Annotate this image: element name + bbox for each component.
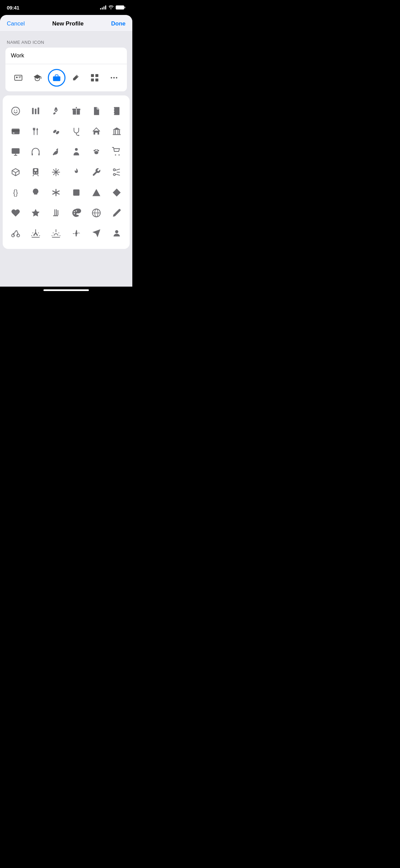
grid-icon-palette[interactable]	[66, 203, 87, 223]
cancel-button[interactable]: Cancel	[7, 20, 25, 27]
svg-rect-24	[113, 108, 115, 110]
grid-icon-star[interactable]	[26, 203, 46, 223]
svg-rect-38	[117, 130, 118, 134]
svg-point-86	[74, 213, 75, 215]
grid-icon-rocket[interactable]	[46, 101, 66, 121]
svg-rect-60	[35, 169, 37, 171]
grid-icon-flower[interactable]	[66, 223, 87, 243]
svg-point-87	[76, 210, 77, 212]
grid-icon-music[interactable]	[46, 203, 66, 223]
section-label: NAME AND ICON	[0, 40, 132, 45]
grid-icon-snowflake[interactable]	[46, 162, 66, 182]
grid-icon-braces[interactable]: {}	[5, 182, 26, 203]
icon-grid: {}	[5, 101, 127, 243]
status-time: 09:41	[7, 5, 19, 11]
grid-icon-flame[interactable]	[66, 162, 87, 182]
svg-point-15	[14, 110, 15, 111]
grid-icon-square[interactable]	[66, 182, 87, 203]
name-input[interactable]	[11, 52, 121, 59]
building-icon-option[interactable]	[86, 69, 103, 87]
svg-line-61	[33, 175, 34, 176]
grid-icon-bicycle[interactable]	[5, 223, 26, 243]
grid-icon-pencil[interactable]	[107, 203, 127, 223]
grid-icon-gift[interactable]	[66, 101, 87, 121]
svg-rect-36	[114, 130, 114, 134]
grid-icon-headphones[interactable]	[26, 142, 46, 162]
svg-marker-78	[32, 209, 40, 216]
grid-icon-monitor[interactable]	[5, 142, 26, 162]
grid-icon-box[interactable]	[5, 162, 26, 182]
id-card-icon-option[interactable]	[9, 69, 27, 87]
screen: Cancel New Profile Done NAME AND ICON	[0, 15, 132, 287]
svg-point-67	[113, 169, 115, 171]
grid-icon-creditcard[interactable]	[5, 121, 26, 142]
svg-line-62	[38, 175, 38, 176]
grid-icon-person[interactable]	[66, 142, 87, 162]
svg-point-49	[98, 150, 99, 151]
svg-point-53	[118, 155, 120, 156]
icon-grid-card: {}	[3, 95, 130, 249]
content-area: NAME AND ICON	[0, 32, 132, 249]
svg-line-54	[12, 170, 16, 173]
grid-icon-train[interactable]	[26, 162, 46, 182]
grid-icon-asterisk[interactable]	[46, 182, 66, 203]
svg-rect-7	[91, 74, 94, 77]
grid-icon-cart[interactable]	[107, 142, 127, 162]
grid-icon-bank[interactable]	[107, 121, 127, 142]
grid-icon-globe[interactable]	[87, 203, 107, 223]
svg-point-48	[94, 150, 95, 151]
signal-icon	[100, 5, 106, 10]
grid-icon-home[interactable]	[87, 121, 107, 142]
svg-line-98	[38, 233, 39, 233]
svg-point-85	[74, 211, 75, 213]
svg-rect-19	[38, 108, 39, 114]
svg-line-70	[115, 174, 120, 175]
grid-icon-scissors[interactable]	[107, 162, 127, 182]
grid-icon-paw[interactable]	[87, 142, 107, 162]
grid-icon-lightbulb[interactable]	[26, 182, 46, 203]
svg-point-84	[56, 215, 58, 216]
svg-line-95	[33, 233, 33, 233]
grid-icon-airplane[interactable]	[87, 223, 107, 243]
grid-icon-sunset[interactable]	[46, 223, 66, 243]
svg-rect-0	[15, 75, 22, 80]
grid-icon-document[interactable]	[87, 101, 107, 121]
svg-line-55	[16, 170, 19, 173]
grid-icon-wrench[interactable]	[87, 162, 107, 182]
svg-point-83	[55, 215, 57, 216]
nav-bar: Cancel New Profile Done	[0, 15, 132, 32]
grid-icon-triangle[interactable]	[87, 182, 107, 203]
svg-rect-45	[39, 153, 40, 156]
grid-icon-heart[interactable]	[5, 203, 26, 223]
grid-icon-notebook[interactable]	[107, 101, 127, 121]
svg-rect-18	[35, 109, 37, 114]
grid-icon-sunrise[interactable]	[26, 223, 46, 243]
done-button[interactable]: Done	[111, 20, 126, 27]
graduation-icon-option[interactable]	[28, 69, 46, 87]
grid-icon-books[interactable]	[26, 101, 46, 121]
svg-point-11	[111, 77, 112, 78]
more-icon-option[interactable]	[105, 69, 123, 87]
svg-point-46	[75, 148, 78, 151]
briefcase-icon-option[interactable]	[48, 69, 65, 87]
grid-icon-smiley[interactable]	[5, 101, 26, 121]
svg-rect-9	[91, 78, 94, 82]
name-icon-card	[5, 48, 127, 91]
grid-icon-fork-knife[interactable]	[26, 121, 46, 142]
home-indicator	[0, 287, 132, 295]
grid-icon-leaf[interactable]	[46, 142, 66, 162]
hammer-icon-option[interactable]	[67, 69, 84, 87]
grid-icon-user-profile[interactable]	[107, 223, 127, 243]
svg-rect-6	[53, 76, 60, 81]
grid-icon-stethoscope[interactable]	[66, 121, 87, 142]
svg-point-93	[16, 230, 17, 231]
svg-point-1	[16, 77, 18, 78]
svg-line-104	[59, 233, 59, 233]
svg-point-34	[78, 135, 79, 136]
grid-icon-diamond[interactable]	[107, 182, 127, 203]
svg-point-14	[12, 107, 19, 115]
svg-point-47	[95, 151, 99, 154]
grid-icon-pills[interactable]	[46, 121, 66, 142]
svg-rect-17	[32, 108, 34, 114]
svg-rect-75	[73, 189, 79, 196]
